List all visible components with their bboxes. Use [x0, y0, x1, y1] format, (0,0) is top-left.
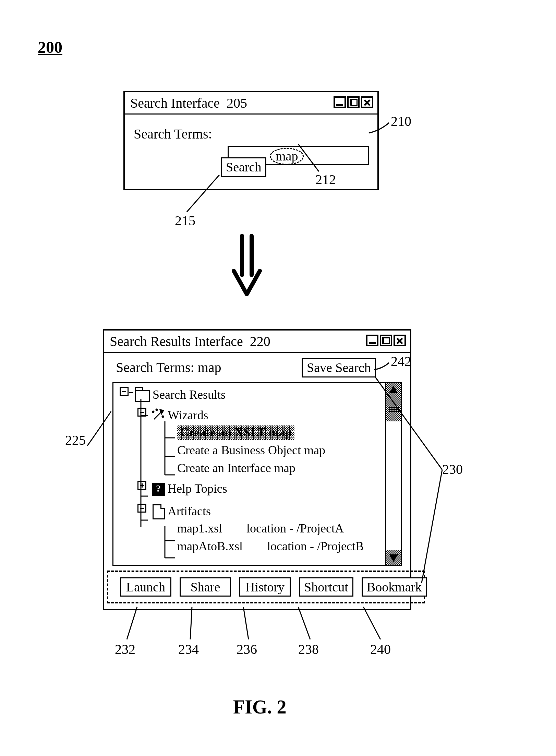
svg-line-25: [190, 607, 192, 639]
tree-group-artifacts[interactable]: Artifacts: [120, 504, 384, 521]
tree-root[interactable]: Search Results: [120, 387, 384, 405]
figure-caption: FIG. 2: [233, 696, 287, 718]
callout-234: 234: [178, 641, 199, 657]
scrollbar[interactable]: [385, 383, 401, 565]
maximize-icon[interactable]: [347, 96, 360, 108]
tree-item-artifact-0[interactable]: map1.xsl location - /ProjectA: [120, 521, 384, 539]
close-icon[interactable]: [394, 335, 406, 346]
callout-240: 240: [370, 641, 391, 657]
scroll-thumb[interactable]: [386, 397, 401, 421]
tree-group-help[interactable]: ? Help Topics: [120, 481, 384, 499]
bookmark-button[interactable]: Bookmark: [362, 577, 427, 597]
shortcut-button[interactable]: Shortcut: [299, 577, 353, 597]
svg-line-28: [363, 607, 380, 639]
minimize-icon[interactable]: [334, 96, 346, 108]
svg-line-23: [422, 470, 442, 583]
search-input-value: map: [270, 148, 304, 165]
svg-point-19: [156, 409, 157, 410]
tree-item-artifact-1[interactable]: mapAtoB.xsl location - /ProjectB: [120, 539, 384, 557]
svg-line-26: [243, 607, 249, 639]
results-tree-panel: Search Results Wizards Create an XSLT ma…: [112, 382, 402, 566]
launch-button[interactable]: Launch: [120, 577, 171, 597]
file-icon: [153, 504, 165, 519]
callout-230: 230: [442, 461, 463, 477]
search-results-window: Search Results Interface 220 Search Term…: [103, 329, 411, 610]
wizard-icon: [151, 408, 165, 422]
help-icon: ?: [152, 483, 165, 496]
svg-line-24: [127, 607, 137, 639]
tree-item-wizard-1[interactable]: Create a Business Object map: [120, 443, 384, 461]
scroll-track[interactable]: [386, 397, 401, 550]
share-button[interactable]: Share: [180, 577, 231, 597]
callout-242: 242: [391, 353, 411, 369]
callout-232: 232: [115, 641, 135, 657]
search-button[interactable]: Search: [221, 157, 266, 177]
svg-line-15: [154, 412, 161, 419]
callout-236: 236: [237, 641, 257, 657]
window-title: Search Interface 205: [130, 95, 247, 111]
callout-225: 225: [65, 432, 86, 448]
close-icon[interactable]: [361, 96, 373, 108]
tree-item-wizard-2[interactable]: Create an Interface map: [120, 461, 384, 479]
titlebar: Search Interface 205: [125, 92, 377, 115]
action-toolbar: Launch Share History Shortcut Bookmark: [112, 573, 402, 601]
history-button[interactable]: History: [239, 577, 291, 597]
svg-line-27: [298, 607, 310, 639]
tree-item-wizard-0[interactable]: Create an XSLT map: [120, 425, 384, 443]
svg-point-17: [153, 411, 154, 412]
callout-215: 215: [175, 213, 195, 229]
tree-group-wizards[interactable]: Wizards: [120, 408, 384, 425]
window-title: Search Results Interface 220: [110, 333, 270, 349]
minimize-icon[interactable]: [366, 335, 378, 346]
search-terms-label: Search Terms:: [134, 126, 212, 142]
scroll-down-button[interactable]: [386, 550, 401, 565]
save-search-button[interactable]: Save Search: [302, 358, 376, 377]
maximize-icon[interactable]: [380, 335, 392, 346]
callout-238: 238: [298, 641, 319, 657]
svg-point-18: [162, 416, 164, 417]
transition-arrow-icon: [226, 233, 267, 302]
search-terms-display: Search Terms: map: [116, 359, 221, 375]
search-interface-window: Search Interface 205 Search Terms: map S…: [123, 91, 379, 190]
titlebar: Search Results Interface 220: [104, 331, 410, 353]
svg-marker-1: [389, 554, 398, 562]
callout-210: 210: [391, 113, 411, 129]
svg-marker-0: [389, 386, 398, 393]
scroll-up-button[interactable]: [386, 383, 401, 397]
folder-icon: [135, 390, 150, 402]
figure-number: 200: [38, 38, 62, 57]
callout-212: 212: [315, 171, 336, 188]
